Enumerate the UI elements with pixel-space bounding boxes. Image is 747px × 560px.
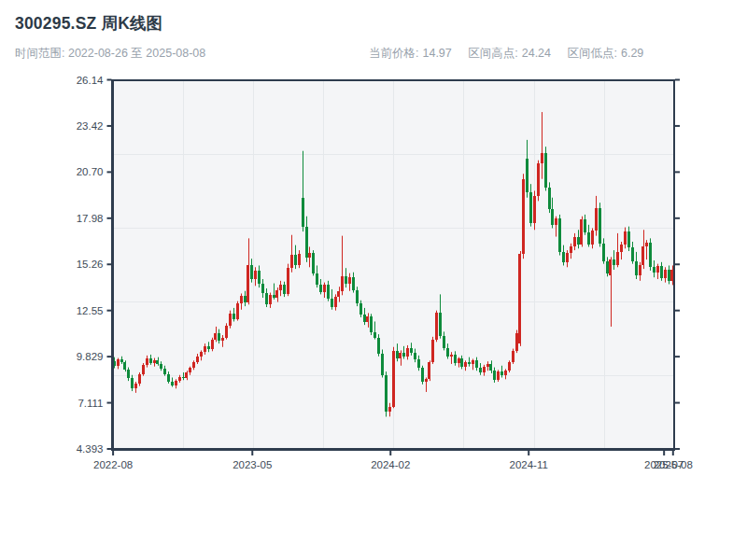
candle-up bbox=[269, 295, 272, 304]
candle-up bbox=[570, 246, 572, 253]
candle-down bbox=[283, 285, 286, 294]
candle-down bbox=[446, 348, 449, 357]
candle-up bbox=[537, 163, 540, 196]
candle-wick bbox=[542, 112, 543, 179]
candle-down bbox=[273, 295, 275, 298]
candle-up bbox=[522, 179, 525, 254]
candle-up bbox=[279, 285, 282, 289]
candle-down bbox=[345, 276, 347, 284]
candle-up bbox=[616, 252, 619, 265]
candle-down bbox=[316, 273, 318, 286]
candle-up bbox=[204, 346, 206, 352]
y-axis-tick-label: 7.111 bbox=[78, 398, 103, 409]
y-axis-tick-label: 9.829 bbox=[77, 351, 104, 362]
candle-up bbox=[664, 270, 667, 278]
candle-up bbox=[533, 196, 536, 223]
candle-up bbox=[175, 381, 177, 385]
candle-down bbox=[171, 382, 174, 385]
candle-up bbox=[645, 243, 648, 247]
candle-up bbox=[200, 352, 203, 357]
candle-up bbox=[518, 254, 521, 343]
kline-chart: 26.1423.4220.7017.9815.2612.559.8297.111… bbox=[0, 0, 747, 560]
candle-up bbox=[366, 316, 369, 322]
candle-down bbox=[381, 354, 384, 375]
candle-up bbox=[450, 355, 453, 357]
candle-wick bbox=[472, 358, 473, 370]
candle-up bbox=[221, 338, 224, 342]
candle-down bbox=[468, 362, 471, 364]
candle-down bbox=[421, 368, 424, 382]
candle-wick bbox=[183, 372, 184, 380]
candle-down bbox=[475, 360, 478, 368]
candle-up bbox=[225, 326, 228, 338]
candle-up bbox=[153, 360, 156, 363]
candle-down bbox=[627, 231, 630, 247]
candle-up bbox=[515, 333, 518, 351]
y-axis-tick-label: 26.14 bbox=[77, 75, 104, 86]
candle-down bbox=[302, 198, 304, 227]
candle-down bbox=[127, 370, 130, 378]
candle-up bbox=[240, 296, 243, 303]
candle-down bbox=[526, 159, 529, 192]
candle-up bbox=[425, 379, 428, 382]
candle-up bbox=[483, 367, 486, 372]
candle-wick bbox=[469, 357, 470, 367]
candle-up bbox=[458, 358, 460, 363]
candle-up bbox=[392, 351, 395, 407]
candle-down bbox=[529, 192, 532, 223]
candle-down bbox=[454, 355, 457, 363]
candle-down bbox=[261, 284, 264, 293]
candle-up bbox=[229, 314, 232, 326]
candle-down bbox=[258, 271, 261, 285]
candle-down bbox=[331, 299, 333, 307]
candle-down bbox=[167, 374, 170, 382]
candle-down bbox=[587, 232, 590, 245]
candle-up bbox=[435, 313, 438, 339]
candle-down bbox=[305, 227, 308, 259]
candle-up bbox=[348, 277, 351, 284]
candle-down bbox=[294, 255, 297, 265]
candle-down bbox=[363, 315, 366, 322]
candle-up bbox=[431, 340, 434, 363]
candle-up bbox=[334, 297, 337, 307]
y-axis-tick-label: 17.98 bbox=[77, 213, 104, 224]
candle-down bbox=[602, 244, 605, 261]
candle-down bbox=[402, 353, 405, 357]
candle-down bbox=[577, 237, 580, 245]
candle-down bbox=[635, 261, 638, 275]
candle-up bbox=[595, 208, 598, 231]
candle-down bbox=[250, 265, 253, 279]
candle-wick bbox=[403, 346, 404, 359]
candle-up bbox=[211, 340, 214, 349]
kline-app: 300295.SZ 周K线图 时间范围: 2022-08-26 至 2025-0… bbox=[0, 0, 747, 560]
candle-down bbox=[443, 336, 445, 348]
candle-up bbox=[591, 231, 594, 245]
candle-down bbox=[558, 218, 561, 251]
candle-down bbox=[460, 358, 463, 366]
candle-up bbox=[275, 290, 278, 298]
y-axis-tick-label: 15.26 bbox=[77, 259, 104, 270]
candle-down bbox=[123, 362, 126, 370]
candle-up bbox=[624, 231, 627, 245]
candle-down bbox=[377, 338, 380, 354]
candle-down bbox=[544, 153, 547, 187]
candle-down bbox=[265, 293, 268, 304]
candle-up bbox=[298, 254, 301, 265]
candle-up bbox=[639, 265, 641, 275]
candle-up bbox=[566, 253, 569, 262]
candle-down bbox=[312, 253, 315, 273]
candle-down bbox=[606, 261, 609, 273]
candle-up bbox=[138, 374, 141, 384]
candle-up bbox=[236, 303, 239, 318]
x-axis-tick-label: 2022-08 bbox=[93, 459, 133, 470]
candle-up bbox=[146, 358, 148, 364]
candle-up bbox=[508, 362, 511, 371]
candle-down bbox=[613, 259, 615, 264]
x-axis-tick-label: 2024-11 bbox=[510, 459, 548, 470]
candle-down bbox=[327, 285, 330, 299]
candle-up bbox=[341, 276, 344, 290]
candle-down bbox=[584, 219, 586, 232]
candle-up bbox=[620, 245, 623, 252]
candle-up bbox=[656, 266, 659, 272]
candle-up bbox=[337, 291, 340, 297]
